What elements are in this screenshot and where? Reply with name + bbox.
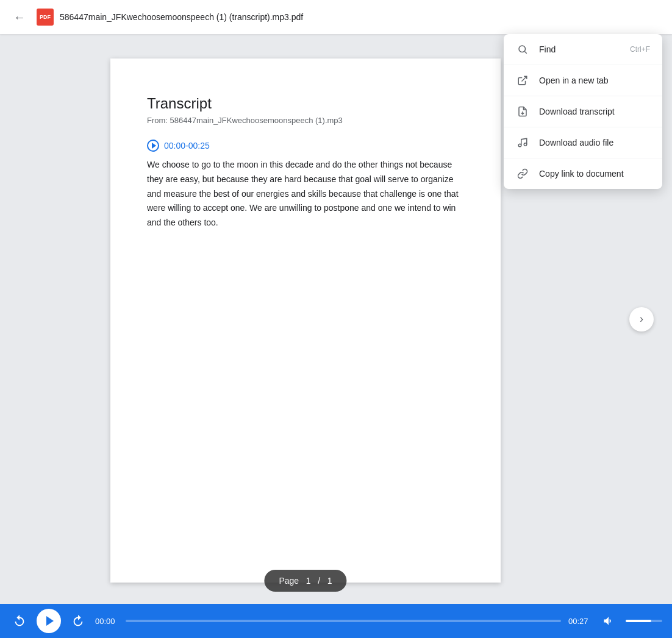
open-new-tab-label: Open in a new tab: [539, 76, 650, 85]
menu-item-copy-link[interactable]: Copy link to document: [504, 158, 662, 189]
menu-item-find[interactable]: Find Ctrl+F: [504, 34, 662, 65]
find-shortcut: Ctrl+F: [630, 45, 650, 54]
context-menu: Find Ctrl+F Open in a new tab Download t…: [504, 34, 662, 189]
open-new-tab-icon: [516, 74, 529, 87]
svg-line-2: [522, 76, 527, 81]
find-label: Find: [539, 44, 620, 54]
copy-link-label: Copy link to document: [539, 169, 650, 179]
menu-item-download-transcript[interactable]: Download transcript: [504, 96, 662, 127]
music-note-icon: [516, 136, 529, 149]
svg-point-0: [519, 46, 526, 52]
svg-line-1: [524, 51, 526, 53]
search-icon: [516, 43, 529, 56]
link-icon: [516, 167, 529, 180]
download-audio-label: Download audio file: [539, 138, 650, 147]
menu-item-download-audio[interactable]: Download audio file: [504, 127, 662, 158]
svg-point-5: [524, 143, 527, 146]
download-doc-icon: [516, 105, 529, 118]
svg-point-4: [518, 144, 521, 147]
download-transcript-label: Download transcript: [539, 107, 650, 116]
menu-item-open-new-tab[interactable]: Open in a new tab: [504, 65, 662, 96]
